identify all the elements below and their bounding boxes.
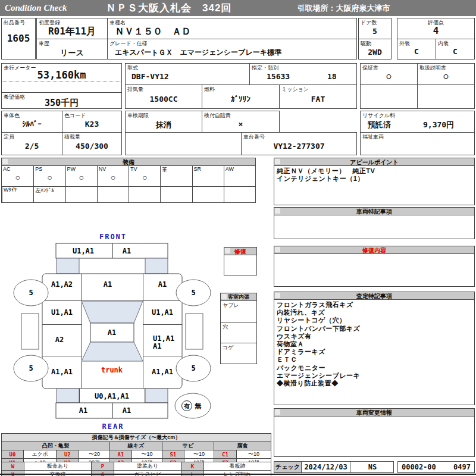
eq-col-pw: PW○ [65,166,97,186]
spare-yes-label: 有 [183,403,190,409]
rear-window [82,342,143,361]
eq-label: SR [194,166,202,172]
assessment-notes-body: フロントガラス飛石キズ 内装汚れ、キズ リヤシートコゲ（穴） フロントバンパー下… [277,301,473,387]
left-rear-door-code: A2 [55,336,64,344]
condition-check-sheet: Condition Check ＮＰＳ大阪入札会 342回 引取場所：大阪府泉大… [0,0,476,476]
body-color-value: ｼﾙﾊﾞｰ [2,120,62,129]
field-interior: 内装 C [436,39,475,60]
cabin-row-label: 穴 [223,323,228,331]
model-name-value: ＮＶ１５０ ＡＤ [115,26,356,38]
field-lot-number: 出品番号 1605 [1,18,36,60]
front-corner-glass-left [57,258,79,274]
left-front-fender-code: A1,A2 [51,280,73,289]
eq-row2-wtire: Wﾀｲﾔ [2,186,33,203]
chassis-value: VY12-277307 [242,142,356,151]
first-reg-value: R01年11月 [37,26,107,38]
manual-empty-cell [417,84,475,109]
brand-logo: Condition Check [5,3,106,13]
vehicle-notes-section: 車両特記事項 [274,207,475,239]
inspection-label: 車検期限 [127,112,149,120]
eq-mark-circle: ○ [34,173,65,182]
body-color-label: 車体色 [4,112,20,120]
legend-val: 〜10 [237,450,271,459]
history-value: リース [37,48,107,58]
repair-flag-header: 修復 [224,248,256,255]
row3-empty-cell [125,132,242,155]
cabin-lining-box: 客室内張 ヤブレ 穴 コゲ [220,293,257,364]
drive-label: 駆動 [361,40,371,48]
front-label: FRONT [99,233,127,241]
field-color-code: 色コード K23 [62,111,122,133]
interior-value: C [436,47,474,56]
windshield [82,301,143,323]
legend-group-corrosion: 腐食 [214,442,271,450]
model-code-value: DBF-VY12 [131,72,249,81]
sheet-code-box: 00002-00 0497 [397,461,475,473]
assessment-line: ドアミラーキズ [277,348,473,356]
repair-details-header: 修復内容 [274,246,474,254]
eq-row2-empty [224,186,255,203]
spare-tire-indicator [175,393,211,418]
rear-bumper-right-code: A1 [123,406,131,415]
repair-details-section: 修復内容 [274,246,475,287]
assessment-line: フロントガラス飛石キズ [277,301,473,309]
field-model-code: 型式 DBF-VY12 [125,63,250,85]
field-first-registration: 初度登録 R01年11月 [36,18,108,39]
price-value: 350千円 [2,98,121,109]
insurance-label: 検付自賠責 [204,112,231,120]
field-drive: 駆動 2WD [358,39,392,60]
repair-flag-box: 修復 [224,247,257,275]
eq-row2-empty [160,186,192,203]
bottom-rule [0,474,476,475]
field-displacement: 排気量 1500CC [125,84,202,109]
check-label: チェック [274,462,302,472]
front-corner-glass-right [145,258,168,274]
appeal-line: インテリジェントキー（1） [277,175,473,183]
score-value: 4 [397,25,474,36]
sheet-code-1: 00002-00 [402,462,436,472]
exterior-value: C [397,47,436,56]
cabin-row-label: ヤブレ [223,302,239,309]
left-front-door-code: U1,A1 [51,308,73,317]
welfare-label: 福祉車両 [362,133,384,141]
transmission-label: ミッション [281,86,309,93]
eq-mark-circle: ○ [98,173,129,182]
field-welfare-vehicle: 福祉車両 [360,132,475,155]
assessment-line: リヤシートコゲ（穴） [277,317,473,324]
eq-label: AC [3,166,11,172]
assessment-notes-section: 査定特記事項 フロントガラス飛石キズ 内装汚れ、キズ リヤシートコゲ（穴） フロ… [274,292,475,405]
eq-col-leather: 革 [160,166,192,186]
wheel-grade: 5 [29,289,33,297]
eq-col-tv: TV○ [129,166,160,186]
legend-sym: S1 [162,450,184,459]
eq-label: Wﾀｲﾔ [4,187,17,193]
wheel-grade: 5 [191,289,195,297]
field-grade: グレード・仕様 エキスパートＧＸ エマージェンシーブレーキ標準 [107,39,357,60]
eq-row2-empty [129,186,160,203]
legend-val: 板金あり [24,462,92,471]
appeal-line: 純正ＮＶ（メモリー） 純正TV [277,167,473,175]
cabin-row-hole: 穴 [221,322,256,343]
class-label: 指定・類別 [252,64,278,72]
appeal-points-header: アピールポイント [274,158,474,166]
vehicle-notes-header: 車両特記事項 [274,208,474,215]
vehicle-change-info-section: 車両変更情報 [274,408,475,457]
lot-value: 1605 [2,33,35,44]
check-date: 2024/12/03 [302,462,350,472]
eq-label: 左ﾊﾝﾄﾞﾙ [35,187,54,195]
field-recycle-fee: リサイクル料 預託済 9,370円 [360,111,475,133]
field-body-color: 車体色 ｼﾙﾊﾞｰ [1,111,62,133]
eq-row2-empty [97,186,129,203]
eq-mark-circle: ○ [129,173,160,182]
capacity-label: 定員 [4,133,14,141]
field-history: 車歴 リース [36,39,108,60]
eq-col-aw: AW [224,166,255,186]
legend-group-dent: 凸凹・亀裂 [2,442,110,450]
right-front-fender-code: A1 [158,280,167,289]
grade-label: グレード・仕様 [109,40,148,48]
eq-row2-empty [65,186,97,203]
warranty-mark: ○ [361,71,417,80]
legend-val: 〜20 [79,450,110,459]
displacement-label: 排気量 [127,86,143,93]
rear-panel-code: U0,A1,A1 [95,392,129,400]
